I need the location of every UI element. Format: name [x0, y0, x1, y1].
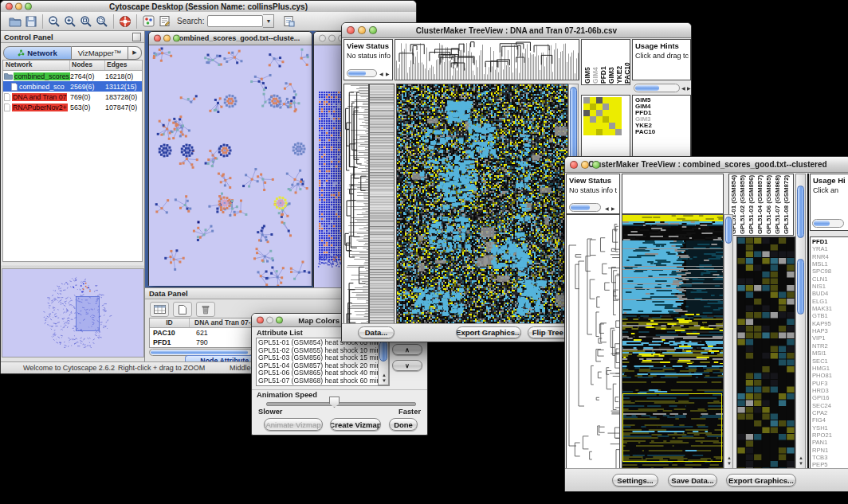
col-header-nodes[interactable]: Nodes [70, 61, 105, 70]
scroll-right-arrow[interactable]: ▶ [687, 86, 691, 91]
animation-speed-slider[interactable] [266, 402, 416, 406]
attribute-list-scrollbar[interactable]: ▲ ▼ [378, 338, 389, 385]
move-up-button[interactable]: ∧ [392, 344, 422, 355]
zoom-heatmap-cell[interactable] [615, 97, 622, 104]
birdseye-view[interactable] [2, 268, 144, 357]
scrollbar-thumb[interactable] [797, 186, 804, 238]
main-titlebar[interactable]: Cytoscape Desktop (Session Name: collins… [1, 1, 416, 13]
gene-label[interactable]: CPA2 [812, 409, 848, 416]
birdseye-canvas[interactable] [2, 269, 143, 357]
col-header-network[interactable]: Network [3, 61, 70, 70]
zoom-heatmap-cell[interactable] [615, 104, 622, 110]
gene-label[interactable]: MAK31 [812, 305, 848, 312]
tv2-heatmap-vscrollbar[interactable]: ▲ ▼ [724, 214, 733, 469]
close-button[interactable] [319, 35, 326, 42]
tab-overflow-button[interactable]: ▶ [128, 46, 142, 60]
zoom-in-icon[interactable] [62, 14, 78, 29]
zoom-heatmap-cell[interactable] [596, 116, 603, 123]
settings-button[interactable]: Settings... [612, 474, 658, 486]
gene-label[interactable]: HRD3 [812, 387, 848, 394]
zoom-heatmap-cell[interactable] [596, 97, 603, 104]
network-row[interactable]: RNAPuberNov2+ 563(0) 107847(0) [3, 102, 142, 112]
zoom-fit-icon[interactable] [94, 14, 110, 29]
zoom-heatmap-cell[interactable] [615, 110, 622, 116]
gene-label[interactable]: PUF3 [812, 380, 848, 387]
close-button[interactable] [6, 3, 13, 10]
gene-label[interactable]: SPC98 [812, 268, 848, 275]
network-row[interactable]: DNA and Tran 07 769(0) 183728(0) [3, 92, 142, 102]
gene-label[interactable]: ELG1 [812, 298, 848, 305]
scroll-up-arrow[interactable]: ▲ [382, 373, 387, 377]
column-label[interactable]: GPL51-02 (GSM855) [739, 175, 748, 234]
zoom-heatmap-cell[interactable] [583, 110, 590, 116]
column-label[interactable]: GPL51-03 (GSM856) [748, 175, 756, 234]
attribute-list-item[interactable]: GPL51-07 (GSM868) heat shock 60 min [257, 377, 377, 385]
tv1-zoom-hscrollbar[interactable] [634, 84, 680, 92]
export-graphics-button[interactable]: Export Graphics... [726, 474, 796, 486]
zoom-heatmap-cell[interactable] [583, 104, 590, 110]
zoom-heatmap-cell[interactable] [609, 116, 615, 123]
global-heatmap-canvas[interactable] [622, 215, 723, 468]
zoom-heatmap-cell[interactable] [615, 116, 622, 123]
id-column-header[interactable]: ID [150, 318, 190, 327]
zoom-heatmap-cell[interactable] [609, 123, 615, 129]
panel-splitter[interactable] [1, 264, 144, 268]
row-dendrogram-canvas[interactable] [567, 215, 619, 468]
gene-label[interactable]: PAC10 [635, 129, 690, 135]
attribute-listbox[interactable]: GPL51-01 (GSM854) heat shock 05 minGPL51… [256, 338, 390, 386]
gene-label[interactable]: YRA1 [812, 245, 848, 252]
zoom-heatmap-cell[interactable] [590, 104, 596, 110]
scroll-right-arrow[interactable]: ▶ [611, 206, 615, 211]
zoom-heatmap-cell[interactable] [603, 116, 609, 123]
scroll-down-arrow[interactable]: ▼ [382, 378, 387, 383]
zoom-heatmap-cell[interactable] [590, 129, 596, 135]
zoom-heatmap[interactable] [583, 97, 622, 135]
scroll-left-arrow[interactable]: ◀ [379, 72, 383, 76]
view-status-scrollbar[interactable] [569, 203, 601, 212]
scroll-down-arrow[interactable]: ▼ [799, 461, 803, 466]
minimize-button[interactable] [581, 161, 589, 169]
zoom-heatmap-cell[interactable] [603, 97, 609, 104]
global-heatmap-canvas[interactable] [397, 84, 567, 325]
gene-label[interactable]: TCB3 [812, 454, 848, 461]
gene-label[interactable]: MSI1 [812, 350, 848, 357]
gene-label[interactable]: GTB1 [812, 312, 848, 319]
column-label[interactable]: GPL51-08 (GSM872) [783, 175, 791, 234]
treeview2-titlebar[interactable]: ClusterMaker TreeView : combined_scores_… [565, 157, 848, 173]
gene-label[interactable]: NIS1 [812, 283, 848, 290]
zoom-heatmap-cell[interactable] [596, 129, 603, 135]
tab-network[interactable]: Network [3, 46, 72, 60]
animate-vizmap-button[interactable]: Animate Vizmap [264, 418, 323, 431]
network-view-canvas[interactable] [149, 45, 312, 286]
tv2-row-dendrogram[interactable] [566, 214, 620, 469]
zoom-heatmap-cell[interactable] [603, 129, 609, 135]
zoom-heatmap-cell[interactable] [615, 129, 622, 135]
tv1-global-heatmap[interactable] [396, 84, 568, 326]
delete-attribute-trash-icon[interactable] [196, 302, 215, 317]
row-dendrogram-canvas[interactable] [344, 84, 368, 325]
scroll-right-arrow[interactable]: ▶ [386, 72, 390, 76]
column-label[interactable]: GIM4 [591, 41, 599, 84]
column-label[interactable]: GPL51-04 (GSM857) [756, 175, 765, 234]
view-status-scrollbar[interactable] [347, 69, 377, 77]
attribute-table-icon[interactable] [150, 302, 169, 317]
zoom-heatmap-cell[interactable] [590, 123, 596, 129]
tv1-column-dendrogram[interactable] [395, 39, 579, 80]
zoom-heatmap-cell[interactable] [596, 110, 603, 116]
scrollbar-thumb[interactable] [379, 341, 387, 361]
network-row[interactable]: combined_scores 2764(0) 16218(0) [3, 71, 142, 81]
gene-label[interactable]: YSH1 [812, 424, 848, 432]
zoom-selected-icon[interactable] [78, 14, 94, 29]
gene-label[interactable]: VIP1 [812, 334, 848, 342]
zoom-heatmap-cell[interactable] [583, 129, 590, 135]
zoom-heatmap-cell[interactable] [609, 129, 615, 135]
network-view-titlebar[interactable]: combined_scores_good.txt--cluste... [149, 32, 312, 45]
tv1-row-strip[interactable] [369, 84, 395, 326]
zoom-heatmap-canvas[interactable] [737, 237, 795, 468]
network-row-selected[interactable]: combined_sco 2569(6) 13112(15) [3, 81, 142, 92]
search-dropdown-arrow[interactable]: ▼ [263, 14, 274, 28]
annotation-icon[interactable] [156, 14, 172, 29]
usage-hints-scrollbar[interactable] [812, 219, 844, 228]
zoom-heatmap-cell[interactable] [583, 116, 590, 123]
scroll-up-arrow[interactable]: ▲ [799, 455, 803, 460]
